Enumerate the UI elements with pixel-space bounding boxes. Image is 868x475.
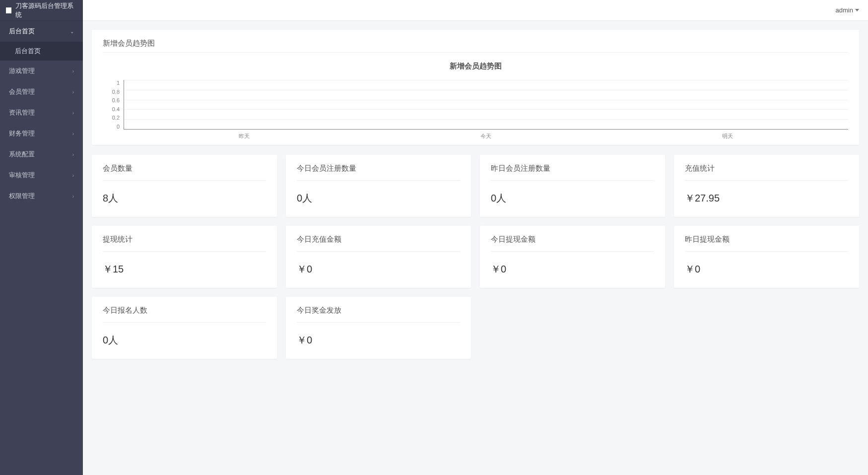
chart-y-tick: 0.6 — [112, 97, 120, 103]
stat-value: 0人 — [103, 323, 266, 350]
sidebar-item-label: 游戏管理 — [9, 67, 35, 75]
sidebar-subitem-home[interactable]: 后台首页 — [0, 42, 83, 61]
stats-grid: 会员数量8人今日会员注册数量0人昨日会员注册数量0人充值统计￥27.95提现统计… — [92, 155, 859, 359]
stat-label: 今日提现金额 — [491, 235, 654, 252]
stat-card: 今日报名人数0人 — [92, 297, 277, 359]
user-menu[interactable]: admin — [836, 6, 859, 14]
chart-card-header: 新增会员趋势图 — [103, 39, 848, 53]
sidebar-item-label: 会员管理 — [9, 87, 35, 96]
chart-y-tick: 0.2 — [112, 115, 120, 121]
sidebar-item-label: 后台首页 — [9, 27, 35, 36]
chart-title: 新增会员趋势图 — [103, 62, 848, 71]
chart-x-tick: 明天 — [606, 133, 848, 140]
sidebar-item-label: 财务管理 — [9, 129, 35, 138]
stat-card: 今日会员注册数量0人 — [286, 155, 471, 217]
sidebar-item-label: 系统配置 — [9, 150, 35, 159]
stat-value: ￥0 — [491, 252, 654, 279]
sidebar-item-audit[interactable]: 审核管理 › — [0, 165, 83, 186]
sidebar: 刀客源码后台管理系统 后台首页 ⌄ 后台首页 游戏管理 › 会员管理 › 资讯管… — [0, 0, 83, 475]
chevron-right-icon: › — [72, 68, 74, 74]
stat-card: 昨日提现金额￥0 — [674, 226, 859, 288]
chart-card: 新增会员趋势图 新增会员趋势图 10.80.60.40.20 昨天今天明天 — [92, 30, 859, 145]
stat-value: 8人 — [103, 181, 266, 208]
chart-x-axis: 昨天今天明天 — [124, 133, 848, 140]
stat-value: ￥0 — [297, 252, 460, 279]
stat-card: 今日奖金发放￥0 — [286, 297, 471, 359]
brand-logo-icon — [6, 7, 11, 13]
chevron-right-icon: › — [72, 131, 74, 136]
stat-value: ￥27.95 — [685, 181, 848, 208]
chevron-right-icon: › — [72, 194, 74, 199]
stat-label: 提现统计 — [103, 235, 266, 252]
chart-y-tick: 0 — [117, 124, 120, 130]
chevron-right-icon: › — [72, 110, 74, 116]
stat-label: 昨日提现金额 — [685, 235, 848, 252]
stat-label: 今日奖金发放 — [297, 306, 460, 323]
chart-gridline — [124, 109, 848, 110]
chart-plot-area — [124, 80, 848, 130]
sidebar-subitem-label: 后台首页 — [15, 47, 41, 55]
stat-value: ￥0 — [297, 323, 460, 350]
stat-card: 今日提现金额￥0 — [480, 226, 665, 288]
chevron-right-icon: › — [72, 152, 74, 157]
stat-label: 今日报名人数 — [103, 306, 266, 323]
sidebar-item-label: 权限管理 — [9, 192, 35, 201]
chart-gridline — [124, 90, 848, 90]
stat-card: 充值统计￥27.95 — [674, 155, 859, 217]
stat-value: 0人 — [491, 181, 654, 208]
chevron-down-icon: ⌄ — [70, 29, 74, 34]
brand: 刀客源码后台管理系统 — [0, 0, 83, 21]
chevron-right-icon: › — [72, 89, 74, 95]
user-name: admin — [836, 6, 853, 14]
chart-gridline — [124, 119, 848, 120]
topbar: admin — [83, 0, 868, 21]
stat-card: 会员数量8人 — [92, 155, 277, 217]
stat-card: 昨日会员注册数量0人 — [480, 155, 665, 217]
stat-label: 充值统计 — [685, 164, 848, 181]
sidebar-item-label: 审核管理 — [9, 171, 35, 180]
stat-label: 今日充值金额 — [297, 235, 460, 252]
sidebar-submenu-home: 后台首页 — [0, 42, 83, 61]
stat-value: 0人 — [297, 181, 460, 208]
stat-card: 今日充值金额￥0 — [286, 226, 471, 288]
chart-y-tick: 0.8 — [112, 89, 120, 95]
sidebar-item-finance[interactable]: 财务管理 › — [0, 123, 83, 144]
sidebar-item-news[interactable]: 资讯管理 › — [0, 102, 83, 123]
sidebar-item-game[interactable]: 游戏管理 › — [0, 61, 83, 81]
sidebar-item-permission[interactable]: 权限管理 › — [0, 186, 83, 206]
stat-value: ￥15 — [103, 252, 266, 279]
chart-y-axis: 10.80.60.40.20 — [103, 80, 124, 130]
stat-label: 会员数量 — [103, 164, 266, 181]
stat-label: 今日会员注册数量 — [297, 164, 460, 181]
stat-card: 提现统计￥15 — [92, 226, 277, 288]
chart-y-tick: 0.4 — [112, 106, 120, 112]
sidebar-item-home[interactable]: 后台首页 ⌄ — [0, 21, 83, 42]
stat-value: ￥0 — [685, 252, 848, 279]
sidebar-item-member[interactable]: 会员管理 › — [0, 81, 83, 102]
sidebar-item-system[interactable]: 系统配置 › — [0, 144, 83, 165]
chart-x-tick: 昨天 — [124, 133, 365, 140]
chart-y-tick: 1 — [117, 80, 120, 86]
chart-gridline — [124, 100, 848, 100]
brand-title: 刀客源码后台管理系统 — [15, 1, 77, 19]
stat-label: 昨日会员注册数量 — [491, 164, 654, 181]
chevron-right-icon: › — [72, 173, 74, 178]
chart-gridline — [124, 80, 848, 80]
chart-x-tick: 今天 — [365, 133, 607, 140]
caret-down-icon — [855, 9, 859, 11]
sidebar-item-label: 资讯管理 — [9, 108, 35, 117]
